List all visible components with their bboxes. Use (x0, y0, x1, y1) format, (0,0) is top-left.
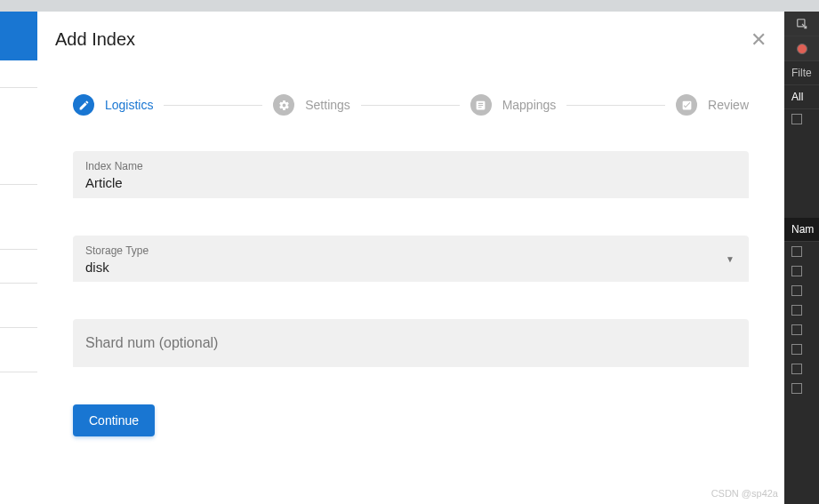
checkbox-icon (791, 364, 802, 374)
shard-num-placeholder: Shard num (optional) (85, 335, 218, 350)
form-section: Index Name Storage Type disk ▼ Shard num… (55, 151, 767, 367)
list-item[interactable] (784, 359, 819, 379)
step-label: Settings (305, 98, 350, 112)
storage-type-value: disk (85, 260, 736, 275)
list-item[interactable] (784, 242, 819, 261)
index-name-input[interactable] (85, 175, 736, 190)
step-settings[interactable]: Settings (273, 94, 350, 116)
divider (0, 249, 37, 250)
checkbox-icon (791, 285, 802, 296)
list-item[interactable] (784, 340, 819, 359)
pencil-icon (73, 94, 94, 116)
divider (0, 184, 37, 185)
divider (0, 327, 37, 328)
list-item[interactable] (784, 300, 819, 320)
checkbox-icon (791, 266, 802, 276)
modal-title: Add Index (55, 29, 135, 50)
name-column-header[interactable]: Nam (784, 218, 819, 242)
storage-type-field[interactable]: Storage Type disk ▼ (73, 236, 749, 282)
step-label: Review (708, 98, 749, 112)
window-chrome (0, 0, 819, 12)
app-header-fragment (0, 12, 37, 60)
step-connector (566, 105, 665, 106)
field-label: Storage Type (85, 244, 736, 257)
divider (0, 283, 37, 284)
list-item[interactable] (784, 281, 819, 300)
field-label: Index Name (85, 160, 736, 172)
checkbox-icon (791, 344, 802, 355)
step-logistics[interactable]: Logistics (73, 94, 153, 116)
record-button[interactable] (784, 36, 819, 61)
step-connector (361, 105, 460, 106)
shard-num-field[interactable]: Shard num (optional) (73, 319, 749, 367)
checkbox-icon (791, 324, 802, 335)
inspect-button[interactable] (784, 12, 819, 36)
cursor-icon (796, 18, 808, 30)
checkbox-icon (791, 246, 802, 257)
divider (0, 87, 37, 88)
stepper: Logistics Settings Mappings Review (55, 94, 767, 151)
all-filter[interactable]: All (784, 85, 819, 109)
divider (0, 372, 37, 372)
watermark: CSDN @sp42a (711, 488, 778, 499)
document-icon (470, 94, 492, 116)
step-mappings[interactable]: Mappings (470, 94, 557, 116)
step-label: Logistics (105, 98, 153, 112)
checkbox-icon (791, 383, 802, 394)
list-item[interactable] (784, 320, 819, 340)
modal-header: Add Index ✕ (55, 29, 767, 50)
add-index-modal: Add Index ✕ Logistics Settings Mappings (37, 12, 784, 504)
continue-button[interactable]: Continue (73, 404, 155, 436)
checkbox-icon (791, 114, 802, 124)
filter-label: Filte (784, 61, 819, 85)
review-icon (676, 94, 697, 116)
step-review[interactable]: Review (676, 94, 749, 116)
checkbox-icon (791, 305, 802, 316)
list-item[interactable] (784, 379, 819, 398)
checkbox-row[interactable] (784, 109, 819, 129)
gear-icon (273, 94, 294, 116)
close-button[interactable]: ✕ (751, 30, 767, 50)
list-item[interactable] (784, 261, 819, 281)
chevron-down-icon: ▼ (726, 254, 735, 264)
record-icon (797, 44, 807, 54)
index-name-field[interactable]: Index Name (73, 151, 749, 198)
devtools-panel-fragment: Filte All Nam (784, 12, 819, 504)
step-label: Mappings (502, 98, 557, 112)
step-connector (164, 105, 262, 106)
